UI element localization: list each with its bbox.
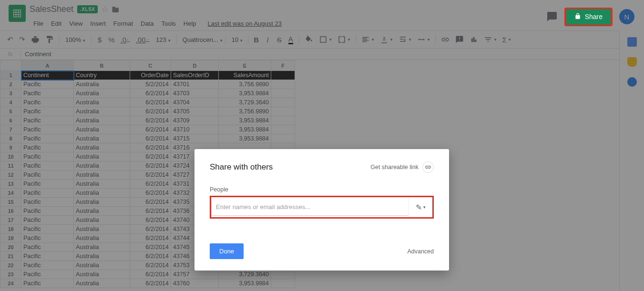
col-header[interactable]: C (130, 60, 171, 71)
insert-comment-icon[interactable] (453, 34, 466, 45)
row-header[interactable]: 19 (0, 234, 21, 243)
number-format-select[interactable]: 123 (153, 34, 174, 45)
cell[interactable]: 3,756.9890 (219, 107, 271, 116)
col-header[interactable]: B (74, 60, 130, 71)
star-icon[interactable]: ☆ (102, 5, 108, 14)
cell[interactable] (271, 270, 295, 279)
cell[interactable]: Pacific (21, 216, 74, 225)
italic-icon[interactable]: I (263, 34, 273, 45)
cell[interactable]: 43715 (171, 134, 219, 143)
bold-icon[interactable]: B (251, 34, 262, 45)
cell[interactable]: 43760 (171, 279, 219, 288)
menu-help[interactable]: Help (180, 18, 200, 29)
cell[interactable]: Pacific (21, 180, 74, 189)
cell[interactable]: Pacific (21, 152, 74, 161)
cell[interactable]: 6/2/2014 (130, 189, 171, 198)
cell[interactable]: Australia (74, 252, 130, 261)
cell[interactable]: 6/2/2014 (130, 198, 171, 207)
cell[interactable]: 43710 (171, 125, 219, 134)
cell[interactable]: Australia (74, 189, 130, 198)
row-header[interactable]: 22 (0, 261, 21, 270)
col-header[interactable]: F (271, 60, 295, 71)
functions-icon[interactable]: Σ (500, 34, 513, 45)
cell[interactable]: Pacific (21, 171, 74, 180)
cell[interactable]: 5/2/2014 (130, 80, 171, 89)
row-header[interactable]: 3 (0, 89, 21, 98)
cell[interactable]: Australia (74, 171, 130, 180)
row-header[interactable]: 13 (0, 180, 21, 189)
cell[interactable]: Pacific (21, 279, 74, 288)
cell[interactable]: Australia (74, 107, 130, 116)
borders-icon[interactable] (317, 34, 334, 45)
cell[interactable]: Australia (74, 243, 130, 252)
col-header[interactable]: A (21, 60, 74, 71)
cell[interactable]: Pacific (21, 252, 74, 261)
col-header[interactable]: D (171, 60, 219, 71)
cell[interactable]: 6/2/2014 (130, 161, 171, 171)
row-header[interactable]: 21 (0, 252, 21, 261)
cell[interactable]: 6/2/2014 (130, 125, 171, 134)
menu-tools[interactable]: Tools (157, 18, 179, 29)
row-header[interactable]: 7 (0, 125, 21, 134)
menu-insert[interactable]: Insert (86, 18, 110, 29)
cell[interactable]: 6/2/2014 (130, 116, 171, 125)
cell[interactable]: 6/2/2014 (130, 225, 171, 234)
row-header[interactable]: 6 (0, 116, 21, 125)
font-size-select[interactable]: 10 (229, 34, 245, 45)
calendar-icon[interactable] (627, 37, 637, 47)
cell[interactable]: Australia (74, 234, 130, 243)
redo-icon[interactable]: ↷ (17, 34, 28, 45)
get-shareable-link[interactable]: Get shareable link (370, 161, 434, 173)
cell[interactable]: Pacific (21, 89, 74, 98)
cell[interactable]: 6/2/2014 (130, 98, 171, 107)
text-rotation-icon[interactable] (415, 34, 432, 45)
cell[interactable]: 43701 (171, 80, 219, 89)
cell[interactable]: Country (74, 71, 130, 80)
cell[interactable]: Pacific (21, 234, 74, 243)
cell[interactable]: 3,729.3640 (219, 270, 271, 279)
row-header[interactable]: 10 (0, 152, 21, 161)
cell[interactable] (271, 89, 295, 98)
cell[interactable] (271, 134, 295, 143)
insert-link-icon[interactable] (439, 34, 452, 45)
cell[interactable]: Australia (74, 152, 130, 161)
row-header[interactable]: 17 (0, 216, 21, 225)
folder-icon[interactable] (112, 6, 119, 12)
comment-icon[interactable] (546, 11, 558, 22)
cell[interactable]: 3,953.9884 (219, 125, 271, 134)
cell[interactable]: Pacific (21, 80, 74, 89)
fill-color-icon[interactable] (302, 34, 316, 45)
cell[interactable]: 6/2/2014 (130, 89, 171, 98)
filter-icon[interactable] (481, 34, 499, 45)
cell[interactable]: 6/2/2014 (130, 171, 171, 180)
cell[interactable]: Australia (74, 225, 130, 234)
cell[interactable]: 6/2/2014 (130, 234, 171, 243)
cell[interactable] (271, 80, 295, 89)
cell[interactable]: Pacific (21, 107, 74, 116)
cell[interactable] (271, 71, 295, 80)
cell[interactable]: 43757 (171, 270, 219, 279)
cell[interactable]: 6/2/2014 (130, 143, 171, 152)
cell[interactable]: 6/2/2014 (130, 134, 171, 143)
cell[interactable]: Pacific (21, 134, 74, 143)
vertical-align-icon[interactable] (378, 34, 395, 45)
cell[interactable]: 6/2/2014 (130, 180, 171, 189)
cell[interactable]: 6/2/2014 (130, 270, 171, 279)
row-header[interactable]: 12 (0, 171, 21, 180)
done-button[interactable]: Done (210, 243, 244, 259)
merge-cells-icon[interactable] (335, 34, 353, 45)
row-header[interactable]: 2 (0, 80, 21, 89)
row-header[interactable]: 16 (0, 207, 21, 216)
row-header[interactable]: 14 (0, 189, 21, 198)
horizontal-align-icon[interactable] (359, 34, 377, 45)
share-email-input[interactable] (211, 199, 409, 216)
cell[interactable]: Australia (74, 261, 130, 270)
font-select[interactable]: Quattrocen... (180, 34, 223, 45)
cell[interactable]: 6/2/2014 (130, 243, 171, 252)
text-wrap-icon[interactable] (396, 34, 414, 45)
cell[interactable]: Australia (74, 198, 130, 207)
increase-decimal-icon[interactable]: .00→ (133, 34, 152, 45)
cell[interactable] (271, 98, 295, 107)
cell[interactable]: Australia (74, 270, 130, 279)
row-header[interactable]: 9 (0, 143, 21, 152)
